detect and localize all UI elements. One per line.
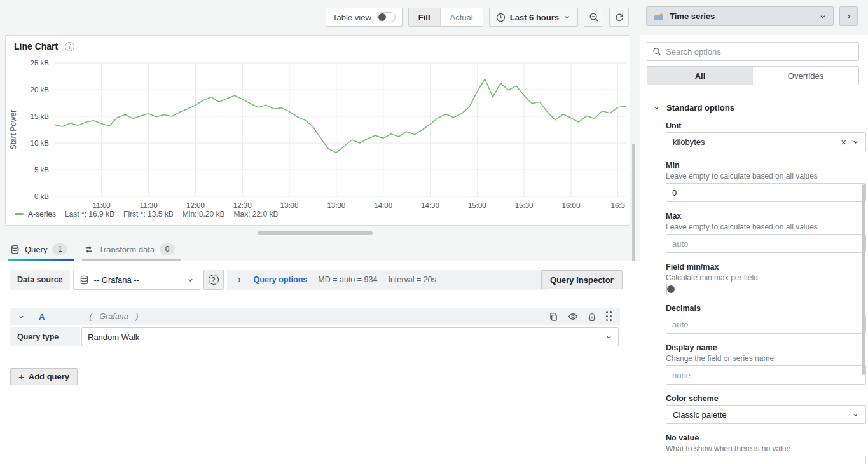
tab-transform-label: Transform data — [99, 245, 155, 254]
datasource-icon — [79, 275, 89, 285]
tab-query-count: 1 — [52, 243, 67, 255]
no-value-input[interactable] — [666, 456, 866, 464]
min-input[interactable] — [666, 183, 866, 202]
chevron-right-icon[interactable] — [236, 276, 243, 283]
chevron-down-icon — [852, 411, 859, 418]
question-icon: ? — [209, 275, 219, 285]
refresh-button[interactable] — [609, 8, 629, 27]
max-input[interactable] — [666, 234, 866, 253]
chevron-down-icon — [653, 104, 660, 111]
timeseries-chart[interactable]: 0 kB5 kB10 kB15 kB20 kB25 kB11:0011:3012… — [6, 57, 631, 212]
no-value-description: What to show when there is no value — [666, 444, 866, 453]
hide-query-eye-icon[interactable] — [568, 311, 578, 322]
datasource-label: Data source — [10, 270, 70, 290]
delete-query-trash-icon[interactable] — [588, 312, 596, 322]
svg-text:16:3: 16:3 — [611, 201, 625, 209]
display-name-input[interactable] — [666, 365, 866, 385]
unit-select[interactable]: kilobytes × — [666, 132, 866, 151]
plus-icon: + — [18, 371, 24, 382]
tab-query[interactable]: Query 1 — [10, 243, 67, 261]
query-type-value: Random Walk — [88, 332, 139, 342]
svg-text:5 kB: 5 kB — [34, 166, 49, 174]
query-actions — [549, 311, 612, 322]
viz-picker-label: Time series — [670, 11, 715, 21]
svg-text:15 kB: 15 kB — [31, 113, 50, 120]
search-options-input[interactable] — [666, 47, 853, 57]
viz-picker[interactable]: Time series — [646, 6, 834, 26]
time-range-label: Last 6 hours — [510, 13, 559, 22]
unit-label: Unit — [666, 121, 866, 130]
legend-stat-max: Max: 22.0 kB — [233, 210, 278, 219]
svg-text:10 kB: 10 kB — [31, 139, 50, 147]
fill-actual-segmented: Fill Actual — [408, 8, 483, 27]
legend-series[interactable]: A-series — [15, 210, 56, 219]
info-icon[interactable]: i — [65, 42, 74, 51]
collapse-options-button[interactable] — [839, 6, 858, 26]
datasource-help-button[interactable]: ? — [203, 270, 224, 290]
query-options-toggle[interactable]: Query options — [254, 275, 308, 284]
query-collapse-chevron[interactable] — [18, 313, 25, 320]
standard-options-section-toggle[interactable]: Standard options — [653, 103, 859, 113]
horizontal-scrollbar-thumb[interactable] — [258, 231, 373, 235]
tab-overrides[interactable]: Overrides — [753, 67, 858, 85]
query-inspector-button[interactable]: Query inspector — [541, 270, 623, 289]
copy-query-button[interactable] — [549, 312, 558, 322]
field-min: Min Leave empty to calculate based on al… — [666, 161, 866, 202]
field-minmax-label: Field min/max — [666, 263, 866, 271]
query-type-select[interactable]: Random Walk — [81, 327, 619, 346]
svg-text:16:00: 16:00 — [562, 201, 581, 209]
time-range-picker[interactable]: Last 6 hours — [489, 8, 578, 27]
sidebar-scrollbar-thumb[interactable] — [862, 184, 865, 375]
legend-stat-first: First *: 13.5 kB — [123, 210, 174, 219]
clock-icon — [496, 13, 506, 22]
tab-transform-count: 0 — [160, 243, 175, 255]
refresh-icon — [614, 12, 624, 22]
query-datasource-hint: (-- Grafana --) — [89, 312, 138, 321]
toggle-knob — [378, 13, 386, 21]
field-minmax: Field min/max Calculate min max per fiel… — [666, 263, 866, 294]
field-minmax-description: Calculate min max per field — [666, 273, 866, 282]
zoom-out-button[interactable] — [584, 8, 603, 27]
drag-handle[interactable] — [606, 311, 612, 322]
legend-stat-last: Last *: 16.9 kB — [65, 210, 114, 219]
tab-all[interactable]: All — [647, 67, 753, 85]
timeseries-icon — [653, 12, 664, 20]
color-scheme-label: Color scheme — [666, 394, 866, 403]
decimals-label: Decimals — [666, 304, 866, 313]
svg-text:25 kB: 25 kB — [31, 59, 50, 67]
min-label: Min — [666, 161, 866, 170]
field-minmax-toggle[interactable] — [666, 284, 667, 295]
svg-text:14:00: 14:00 — [374, 201, 392, 209]
main-vertical-scrollbar-thumb[interactable] — [632, 144, 635, 273]
query-ref-id: A — [39, 312, 45, 322]
tab-transform-data[interactable]: Transform data 0 — [84, 243, 175, 261]
panel-line-chart: Line Chart i 0 kB5 kB10 kB15 kB20 kB25 k… — [5, 35, 630, 226]
query-type-row: Query type Random Walk — [10, 327, 619, 346]
svg-text:15:00: 15:00 — [468, 201, 486, 209]
chevron-down-icon — [563, 13, 571, 21]
zoom-out-icon — [589, 12, 599, 22]
actual-button[interactable]: Actual — [441, 8, 483, 26]
panel-header[interactable]: Line Chart i — [6, 36, 630, 51]
decimals-input[interactable] — [666, 315, 866, 334]
table-view-group: Table view — [326, 8, 403, 27]
field-color-scheme: Color scheme Classic palette — [666, 394, 866, 424]
svg-text:13:30: 13:30 — [327, 201, 345, 209]
fill-button[interactable]: Fill — [409, 8, 441, 26]
table-view-toggle[interactable] — [377, 12, 396, 22]
clear-icon[interactable]: × — [841, 137, 846, 147]
standard-options-title: Standard options — [666, 103, 734, 113]
legend-stat-min: Min: 8.20 kB — [183, 210, 225, 219]
all-overrides-tabs: All Overrides — [647, 66, 859, 85]
chevron-right-icon — [845, 13, 853, 20]
svg-text:12:00: 12:00 — [186, 201, 205, 209]
color-scheme-select[interactable]: Classic palette — [666, 405, 866, 424]
transform-icon — [84, 245, 93, 254]
datasource-value: -- Grafana -- — [94, 275, 140, 285]
display-name-label: Display name — [666, 343, 866, 352]
table-view-label: Table view — [333, 13, 371, 22]
datasource-select[interactable]: -- Grafana -- — [73, 270, 200, 290]
svg-text:14:30: 14:30 — [421, 201, 439, 209]
editor-tabs: Query 1 Transform data 0 — [10, 243, 175, 261]
add-query-button[interactable]: + Add query — [10, 368, 78, 385]
